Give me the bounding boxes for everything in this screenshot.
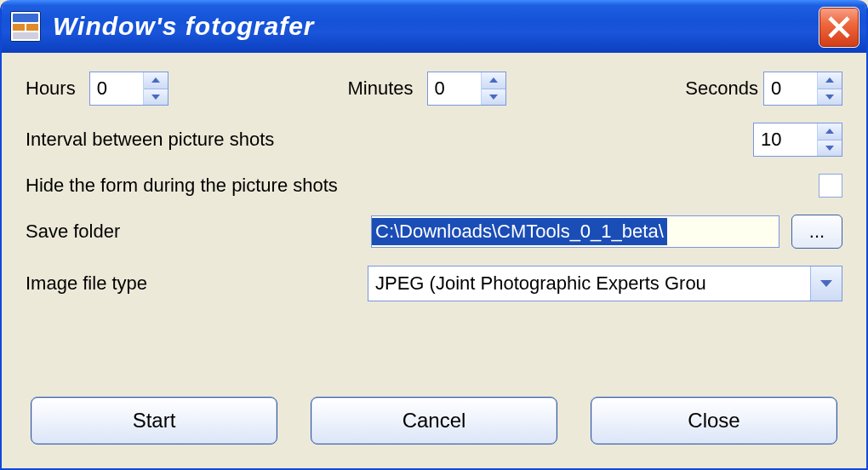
image-type-row: Image file type JPEG (Joint Photographic… [26, 266, 842, 301]
action-button-row: Start Cancel Close [26, 393, 842, 453]
seconds-up-button[interactable] [818, 72, 842, 89]
seconds-group: Seconds [685, 72, 842, 106]
chevron-down-icon [488, 94, 499, 100]
save-folder-label: Save folder [26, 221, 120, 243]
minutes-input[interactable] [428, 72, 481, 105]
hours-group: Hours [26, 72, 168, 106]
cancel-button[interactable]: Cancel [311, 397, 557, 444]
app-icon [10, 11, 41, 42]
minutes-label: Minutes [348, 77, 414, 100]
save-folder-path: C:\Downloads\CMTools_0_1_beta\ [372, 218, 667, 245]
hide-form-label: Hide the form during the picture shots [26, 175, 338, 197]
minutes-up-button[interactable] [482, 72, 505, 89]
hide-form-row: Hide the form during the picture shots [26, 174, 842, 198]
close-window-button[interactable] [819, 7, 859, 48]
minutes-down-button[interactable] [482, 89, 505, 106]
time-row: Hours Minutes [26, 72, 842, 106]
save-folder-input[interactable]: C:\Downloads\CMTools_0_1_beta\ [371, 215, 779, 248]
interval-row: Interval between picture shots [26, 123, 842, 157]
seconds-down-button[interactable] [818, 89, 842, 106]
hide-form-checkbox[interactable] [819, 174, 842, 198]
window-frame: Window's fotografer Hours Minutes [0, 0, 868, 470]
chevron-down-icon [825, 145, 835, 152]
chevron-down-icon [819, 278, 834, 289]
title-bar[interactable]: Window's fotografer [2, 0, 866, 53]
hours-label: Hours [26, 77, 76, 100]
close-icon [827, 15, 851, 39]
interval-input[interactable] [754, 123, 817, 156]
window-title: Window's fotografer [53, 12, 315, 41]
start-button[interactable]: Start [31, 397, 277, 444]
image-type-selected: JPEG (Joint Photographic Experts Grou [368, 267, 810, 301]
hours-up-button[interactable] [144, 72, 168, 89]
hours-down-button[interactable] [144, 89, 168, 106]
chevron-up-icon [825, 77, 835, 83]
chevron-up-icon [151, 77, 161, 83]
image-type-label: Image file type [26, 272, 147, 295]
chevron-down-icon [825, 94, 835, 100]
interval-label: Interval between picture shots [26, 129, 274, 151]
chevron-up-icon [488, 77, 499, 83]
client-area: Hours Minutes [2, 53, 866, 468]
browse-button[interactable]: ... [791, 215, 842, 249]
hours-stepper[interactable] [89, 72, 168, 106]
interval-down-button[interactable] [818, 140, 842, 157]
interval-up-button[interactable] [818, 123, 842, 140]
save-folder-row: Save folder C:\Downloads\CMTools_0_1_bet… [26, 215, 842, 249]
image-type-dropdown-button[interactable] [810, 267, 842, 301]
minutes-stepper[interactable] [427, 72, 506, 106]
chevron-down-icon [151, 94, 161, 100]
close-button[interactable]: Close [591, 397, 837, 444]
image-type-combobox[interactable]: JPEG (Joint Photographic Experts Grou [368, 266, 842, 301]
seconds-input[interactable] [764, 72, 817, 105]
seconds-stepper[interactable] [763, 72, 842, 106]
hours-input[interactable] [90, 72, 143, 105]
seconds-label: Seconds [685, 77, 758, 100]
minutes-group: Minutes [348, 72, 506, 106]
interval-stepper[interactable] [753, 123, 842, 157]
chevron-up-icon [825, 128, 835, 135]
